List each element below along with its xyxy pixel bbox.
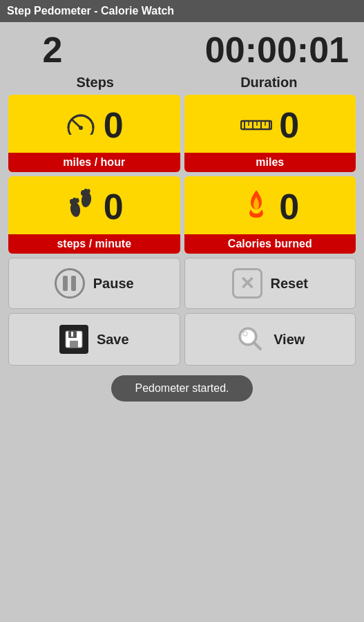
reset-label: Reset: [271, 276, 308, 292]
flame-icon: [240, 189, 272, 225]
svg-point-2: [79, 126, 83, 130]
reset-button[interactable]: ✕ Reset: [184, 258, 356, 309]
svg-rect-22: [71, 332, 73, 337]
svg-rect-21: [70, 341, 78, 348]
speedometer-icon: [65, 110, 97, 140]
magnifier-icon: [235, 323, 265, 355]
save-icon: [59, 325, 88, 354]
pause-button[interactable]: Pause: [8, 258, 180, 309]
app-title: Step Pedometer - Calorie Watch: [7, 5, 174, 17]
title-bar: Step Pedometer - Calorie Watch: [0, 0, 364, 22]
pause-icon: [55, 268, 85, 299]
distance-value: 0: [279, 104, 299, 146]
calories-value: 0: [279, 186, 299, 227]
reset-icon: ✕: [232, 268, 262, 299]
steps-card: 0 steps / minute: [8, 176, 180, 254]
svg-rect-3: [241, 121, 271, 129]
speed-card-top: 0: [8, 95, 180, 153]
metrics-grid: 0 miles / hour: [8, 95, 356, 254]
status-message: Pedometer started.: [111, 375, 252, 402]
calories-card-top: 0: [184, 176, 356, 234]
duration-label: Duration: [182, 75, 356, 91]
distance-label: miles: [184, 153, 356, 172]
view-button[interactable]: View: [184, 313, 356, 366]
status-bar: Pedometer started.: [8, 375, 356, 402]
distance-card: 0 miles: [184, 95, 356, 172]
view-label: View: [274, 332, 305, 348]
calories-card: 0 Calories burned: [184, 176, 356, 254]
save-button[interactable]: Save: [8, 313, 180, 366]
steps-per-min-label: steps / minute: [8, 234, 180, 254]
top-stats-row: 2 00:00:01: [8, 29, 356, 70]
action-buttons-row1: Pause ✕ Reset: [8, 258, 356, 309]
steps-label: Steps: [8, 75, 182, 91]
save-label: Save: [97, 332, 129, 348]
distance-card-top: 0: [184, 95, 356, 153]
speed-value: 0: [104, 104, 124, 146]
pause-label: Pause: [93, 276, 134, 292]
footprints-icon: [65, 189, 97, 225]
speed-card: 0 miles / hour: [8, 95, 180, 172]
step-count-display: 2: [11, 29, 94, 70]
column-labels: Steps Duration: [8, 75, 356, 91]
svg-line-26: [254, 343, 260, 349]
main-content: 2 00:00:01 Steps Duration 0 miles / h: [0, 22, 364, 408]
timer-display: 00:00:01: [94, 29, 353, 70]
steps-per-min-value: 0: [104, 186, 124, 227]
svg-point-24: [241, 330, 255, 343]
action-buttons-row2: Save View: [8, 313, 356, 366]
ruler-icon: [240, 111, 272, 140]
calories-label: Calories burned: [184, 234, 356, 254]
steps-card-top: 0: [8, 176, 180, 234]
speed-label: miles / hour: [8, 153, 180, 172]
